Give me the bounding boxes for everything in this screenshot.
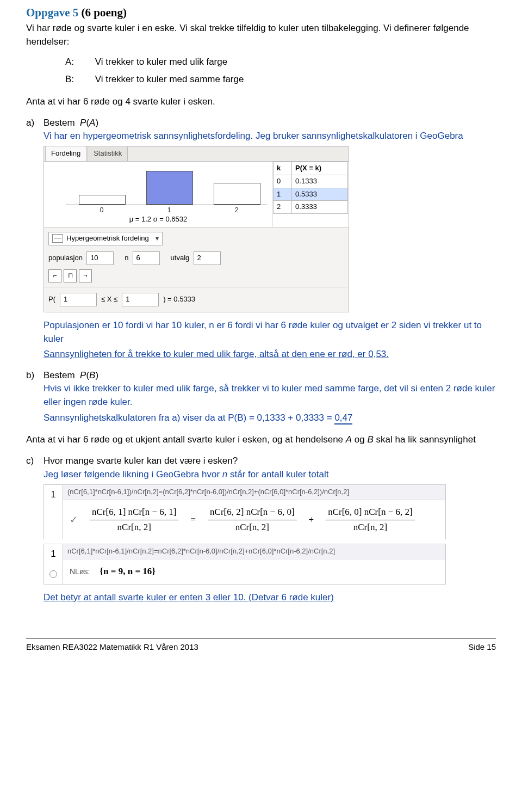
- footer-left: Eksamen REA3022 Matematikk R1 Våren 2013: [26, 641, 198, 653]
- item-a-population-note: Populasjonen er 10 fordi vi har 10 kuler…: [44, 319, 496, 346]
- cas-output-1: ✓ nCr[6, 1] nCr[n − 6, 1]nCr[n, 2] = nCr…: [63, 500, 445, 539]
- probability-table: kP(X = k) 00.1333 10.5333 20.3333: [273, 162, 348, 227]
- distribution-shape-icon: [52, 234, 63, 243]
- th-k: k: [274, 162, 292, 175]
- footer-right: Side 15: [468, 641, 496, 653]
- tick-1: 1: [167, 206, 171, 215]
- interval-between-button[interactable]: ⊓: [64, 269, 77, 282]
- chart-stats: μ = 1.2 σ = 0.6532: [129, 214, 188, 225]
- check-icon: ✓: [70, 513, 78, 527]
- cas-marble-icon: [49, 570, 57, 578]
- event-a-text: Vi trekker to kuler med ulik farge: [95, 57, 227, 67]
- distribution-chart: 0 1 2 μ = 1.2 σ = 0.6532: [44, 162, 273, 227]
- item-a-task: Bestem P(A): [44, 116, 496, 130]
- bar-2: [214, 183, 260, 205]
- cas-solve-label: NLøs:: [70, 566, 90, 577]
- assumption-2: Anta at vi har 6 røde og et ukjent antal…: [26, 433, 496, 447]
- table-row: 10.5333: [274, 188, 348, 201]
- param-n-input[interactable]: 6: [133, 251, 160, 265]
- interval-b-input[interactable]: 1: [122, 293, 159, 306]
- cas-input-1[interactable]: (nCr[6,1]*nCr[n-6,1])/nCr[n,2]=(nCr[6,2]…: [63, 485, 445, 500]
- cas-input-2[interactable]: nCr[6,1]*nCr[n-6,1]/nCr[n,2]=nCr[6,2]*nC…: [63, 544, 445, 559]
- item-c-task: Hvor mange svarte kuler kan det være i e…: [44, 454, 496, 468]
- table-row: 20.3333: [274, 201, 348, 214]
- th-p: P(X = k): [292, 162, 348, 175]
- geogebra-cas: 1 (nCr[6,1]*nCr[n-6,1])/nCr[n,2]=(nCr[6,…: [44, 484, 446, 585]
- param-u-input[interactable]: 2: [194, 251, 221, 265]
- tick-0: 0: [100, 206, 104, 215]
- interval-right-button[interactable]: ¬: [79, 269, 92, 282]
- item-c-conclusion: Det betyr at antall svarte kuler er ente…: [44, 591, 496, 605]
- param-n-label: n: [125, 254, 128, 262]
- cas-output-2: NLøs: {n = 9, n = 16}: [63, 559, 445, 584]
- event-a-label: A:: [65, 56, 92, 69]
- event-b-label: B:: [65, 73, 92, 87]
- tab-distribution[interactable]: Fordeling: [45, 146, 86, 161]
- item-b-answer-2: Sannsynlighetskalkulatoren fra a) viser …: [44, 411, 496, 425]
- item-b-marker: b): [26, 369, 44, 425]
- assumption-1: Anta at vi har 6 røde og 4 svarte kuler …: [26, 95, 496, 109]
- event-b-text: Vi trekker to kuler med samme farge: [95, 74, 244, 84]
- title-points: (6 poeng): [82, 6, 127, 19]
- item-c-answer-1: Jeg løser følgende likning i GeoGebra hv…: [44, 468, 496, 482]
- intro-text: Vi har røde og svarte kuler i en eske. V…: [26, 22, 496, 48]
- bar-0: [79, 195, 126, 205]
- distribution-select-label: Hypergeometrisk fordeling: [66, 233, 149, 244]
- interval-left-button[interactable]: ⌐: [48, 269, 61, 282]
- item-b-answer-1: Hvis vi ikke trekker to kuler med ulik f…: [44, 382, 496, 409]
- bar-1: [146, 171, 193, 205]
- page-footer: Eksamen REA3022 Matematikk R1 Våren 2013…: [26, 638, 496, 653]
- tab-statistics[interactable]: Statistikk: [88, 146, 128, 161]
- probability-expression: P( 1 ≤ X ≤ 1 ) = 0.5333: [44, 287, 349, 312]
- distribution-select[interactable]: Hypergeometrisk fordeling: [48, 232, 163, 245]
- tick-2: 2: [235, 206, 239, 215]
- interval-a-input[interactable]: 1: [60, 293, 97, 306]
- cas-row-number: 1: [44, 544, 63, 564]
- param-pop-input[interactable]: 10: [86, 251, 114, 265]
- item-a-marker: a): [26, 116, 44, 361]
- item-a-conclusion: Sannsynligheten for å trekke to kuler me…: [44, 348, 496, 361]
- item-a-answer-1: Vi har en hypergeometrisk sannsynlighets…: [44, 130, 496, 143]
- cas-solve-result: {n = 9, n = 16}: [100, 565, 156, 579]
- task-title: Oppgave 5 (6 poeng): [26, 4, 496, 21]
- cas-row-number: 1: [44, 485, 63, 539]
- param-pop-label: populasjon: [48, 254, 83, 262]
- event-definitions: A: Vi trekker to kuler med ulik farge B:…: [65, 56, 496, 87]
- item-b-task: Bestem P(B): [44, 369, 496, 383]
- geogebra-probability-calculator: Fordeling Statistikk 0 1 2 μ = 1.2: [44, 146, 349, 312]
- param-u-label: utvalg: [171, 254, 190, 262]
- table-row: 00.1333: [274, 175, 348, 188]
- item-b-result: 0,47: [334, 413, 352, 425]
- item-c-marker: c): [26, 454, 44, 605]
- title-label: Oppgave 5: [26, 6, 78, 19]
